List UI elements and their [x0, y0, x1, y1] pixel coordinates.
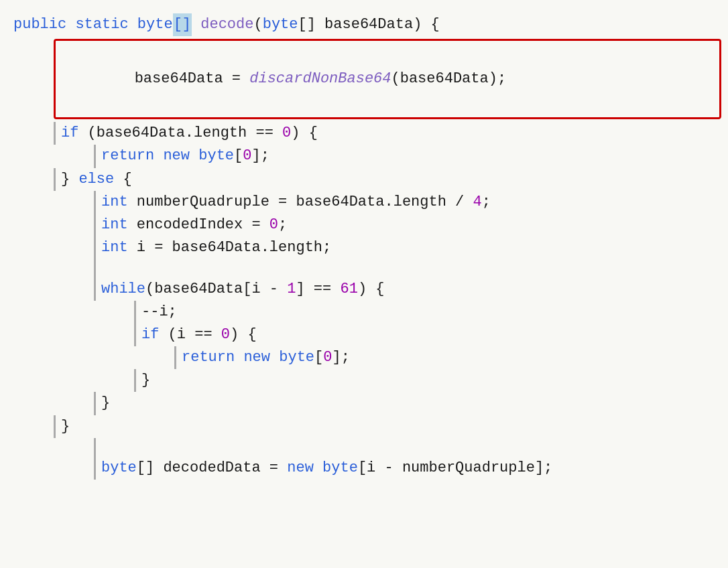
code-line-10: while(base64Data[i - 1] == 61) {	[13, 278, 721, 301]
keyword-byte4: byte	[279, 349, 314, 366]
keyword-public: public	[13, 13, 66, 36]
array-bracket: []	[173, 13, 192, 36]
keyword-byte3: byte	[198, 147, 234, 164]
keyword-int: int	[101, 194, 128, 210]
var-base64data: base64Data	[135, 70, 223, 87]
keyword-new2: new	[243, 349, 270, 366]
code-line-2: base64Data = discardNonBase64(base64Data…	[64, 70, 506, 110]
fn-discard: discardNonBase64	[249, 70, 391, 87]
code-line-6: int numberQuadruple = base64Data.length …	[13, 191, 721, 214]
num-1: 1	[287, 281, 296, 297]
num-61: 61	[340, 281, 357, 297]
code-line-11: --i;	[13, 301, 721, 324]
code-line-18: byte[] decodedData = new byte[i - number…	[13, 457, 721, 480]
fn-decode: decode	[200, 13, 253, 36]
num-0c: 0	[269, 216, 278, 233]
keyword-int3: int	[101, 239, 128, 256]
code-line-3: if (base64Data.length == 0) {	[13, 122, 721, 145]
keyword-int2: int	[101, 216, 128, 233]
code-viewer: public static byte[] decode(byte[] base6…	[0, 0, 728, 568]
num-0d: 0	[221, 326, 230, 343]
code-line-7: int encodedIndex = 0;	[13, 214, 721, 236]
keyword-if2: if	[141, 326, 159, 343]
num-0: 0	[282, 125, 291, 141]
code-line-4: return new byte[0];	[13, 145, 721, 167]
keyword-return2: return	[182, 349, 235, 366]
keyword-new3: new	[287, 459, 314, 476]
num-0e: 0	[323, 349, 332, 366]
num-0b: 0	[243, 147, 251, 164]
code-line-15: }	[13, 392, 721, 415]
code-line-17	[13, 438, 721, 457]
code-line-1: public static byte[] decode(byte[] base6…	[13, 13, 721, 36]
code-line-12: if (i == 0) {	[13, 324, 721, 346]
red-box-highlight: base64Data = discardNonBase64(base64Data…	[54, 39, 721, 119]
keyword-else: else	[78, 171, 114, 188]
code-line-8: int i = base64Data.length;	[13, 236, 721, 259]
keyword-if: if	[61, 125, 78, 141]
keyword-while: while	[101, 281, 145, 297]
keyword-return: return	[101, 147, 154, 164]
code-line-13: return new byte[0];	[13, 346, 721, 369]
keyword-byte5: byte	[101, 459, 137, 476]
code-line-16: }	[13, 415, 721, 438]
code-line-9	[13, 259, 721, 278]
keyword-byte2: byte	[263, 13, 298, 36]
code-line-5: } else {	[13, 168, 721, 191]
num-4: 4	[473, 194, 482, 210]
highlighted-section: base64Data = discardNonBase64(base64Data…	[13, 39, 721, 119]
keyword-byte: byte	[137, 13, 173, 36]
code-line-14: }	[13, 369, 721, 392]
keyword-static: static	[75, 13, 128, 36]
keyword-new: new	[163, 147, 190, 164]
keyword-byte6: byte	[322, 459, 358, 476]
